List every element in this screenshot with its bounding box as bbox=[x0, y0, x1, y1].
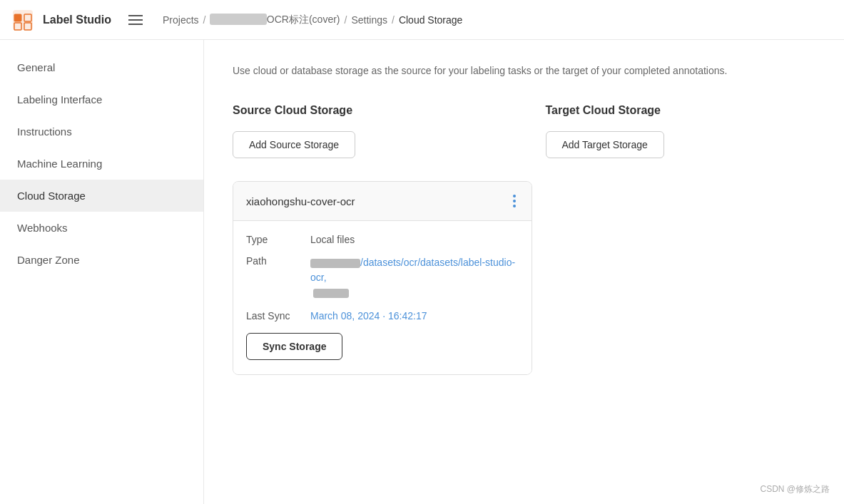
breadcrumb-sep1: / bbox=[203, 14, 206, 26]
main-content: Use cloud or database storage as the sou… bbox=[204, 40, 844, 504]
footer-credit: CSDN @修炼之路 bbox=[760, 483, 830, 495]
sidebar-item-webhooks[interactable]: Webhooks bbox=[0, 212, 203, 244]
sync-storage-button[interactable]: Sync Storage bbox=[246, 333, 342, 360]
breadcrumb-sep2: / bbox=[345, 14, 347, 26]
storage-card-body: Type Local files Path ████████/datasets/… bbox=[233, 221, 532, 374]
path-blurred-suffix: ██████ bbox=[313, 289, 349, 298]
storage-card-header: xiaohongshu-cover-ocr bbox=[233, 182, 532, 221]
logo-text: Label Studio bbox=[43, 14, 111, 26]
source-title: Source Cloud Storage bbox=[233, 104, 503, 117]
storage-last-sync-row: Last Sync March 08, 2024 · 16:42:17 bbox=[246, 310, 519, 322]
sidebar-item-cloud-storage[interactable]: Cloud Storage bbox=[0, 180, 203, 212]
add-target-storage-button[interactable]: Add Target Storage bbox=[546, 131, 664, 158]
storage-card-menu-button[interactable] bbox=[510, 192, 519, 210]
description-text: Use cloud or database storage as the sou… bbox=[233, 63, 789, 78]
sidebar-item-danger-zone[interactable]: Danger Zone bbox=[0, 244, 203, 276]
breadcrumb-sep3: / bbox=[392, 14, 395, 26]
menu-icon[interactable] bbox=[128, 15, 143, 25]
target-column: Target Cloud Storage Add Target Storage bbox=[546, 104, 816, 158]
storage-columns: Source Cloud Storage Add Source Storage … bbox=[233, 104, 815, 158]
last-sync-label: Last Sync bbox=[246, 310, 310, 322]
sidebar-item-instructions[interactable]: Instructions bbox=[0, 115, 203, 148]
sidebar-item-labeling-interface[interactable]: Labeling Interface bbox=[0, 83, 203, 115]
main-layout: General Labeling Interface Instructions … bbox=[0, 40, 844, 504]
storage-type-row: Type Local files bbox=[246, 234, 519, 245]
breadcrumb-projects[interactable]: Projects bbox=[163, 14, 199, 26]
svg-rect-1 bbox=[14, 14, 21, 21]
breadcrumb-current: Cloud Storage bbox=[399, 14, 463, 26]
storage-path-row: Path ████████/datasets/ocr/datasets/labe… bbox=[246, 255, 519, 300]
path-blurred-prefix: ████████ bbox=[310, 259, 360, 268]
sidebar: General Labeling Interface Instructions … bbox=[0, 40, 204, 504]
target-title: Target Cloud Storage bbox=[546, 104, 816, 117]
last-sync-value: March 08, 2024 · 16:42:17 bbox=[310, 310, 427, 322]
type-label: Type bbox=[246, 234, 310, 245]
storage-card: xiaohongshu-cover-ocr Type Local files P… bbox=[233, 181, 532, 375]
type-value: Local files bbox=[310, 234, 355, 245]
sidebar-item-general[interactable]: General bbox=[0, 51, 203, 83]
storage-card-name: xiaohongshu-cover-ocr bbox=[246, 195, 355, 207]
header: Label Studio Projects / ████████OCR标注(co… bbox=[0, 0, 844, 40]
path-value: ████████/datasets/ocr/datasets/label-stu… bbox=[310, 255, 519, 300]
breadcrumb-settings[interactable]: Settings bbox=[351, 14, 387, 26]
path-label: Path bbox=[246, 255, 310, 300]
source-column: Source Cloud Storage Add Source Storage bbox=[233, 104, 503, 158]
sidebar-item-machine-learning[interactable]: Machine Learning bbox=[0, 148, 203, 180]
add-source-storage-button[interactable]: Add Source Storage bbox=[233, 131, 355, 158]
logo-icon bbox=[11, 9, 34, 31]
breadcrumb-project-name[interactable]: ████████OCR标注(cover) bbox=[210, 14, 340, 26]
breadcrumb: Projects / ████████OCR标注(cover) / Settin… bbox=[163, 14, 462, 26]
